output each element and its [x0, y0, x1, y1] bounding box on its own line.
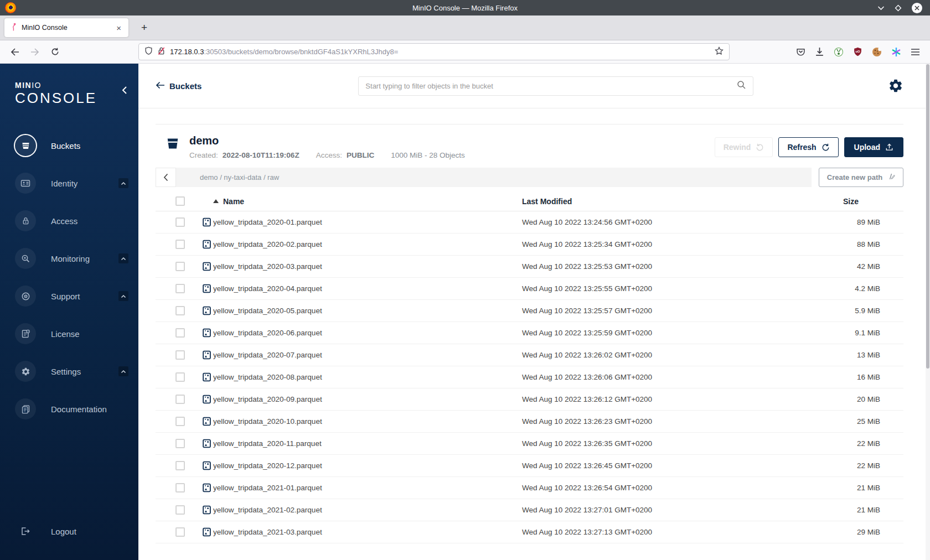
- table-row[interactable]: yellow_tripdata_2020-02.parquet Wed Aug …: [156, 234, 903, 256]
- sidebar-item-identity[interactable]: Identity: [0, 164, 138, 202]
- row-checkbox[interactable]: [175, 439, 185, 448]
- menu-hamburger-icon[interactable]: [911, 48, 920, 56]
- column-name[interactable]: Name: [223, 197, 244, 206]
- column-size[interactable]: Size: [843, 197, 880, 206]
- table-row[interactable]: yellow_tripdata_2021-01.parquet Wed Aug …: [156, 477, 903, 499]
- pocket-icon[interactable]: [796, 47, 805, 56]
- object-name[interactable]: yellow_tripdata_2021-01.parquet: [213, 484, 322, 492]
- sidebar-item-access[interactable]: Access: [0, 202, 138, 240]
- url-bar[interactable]: 172.18.0.3:30503/buckets/demo/browse/bnk…: [138, 43, 730, 60]
- sidebar-item-license[interactable]: License: [0, 315, 138, 352]
- sidebar-item-support[interactable]: Support: [0, 277, 138, 315]
- object-name[interactable]: yellow_tripdata_2020-12.parquet: [213, 462, 322, 470]
- object-last-modified: Wed Aug 10 2022 13:26:45 GMT+0200: [522, 462, 843, 470]
- table-row[interactable]: yellow_tripdata_2020-03.parquet Wed Aug …: [156, 256, 903, 278]
- table-row[interactable]: yellow_tripdata_2020-07.parquet Wed Aug …: [156, 344, 903, 366]
- forward-icon[interactable]: [27, 44, 43, 60]
- sidebar-item-monitoring[interactable]: Monitoring: [0, 240, 138, 277]
- sidebar-item-documentation[interactable]: Documentation: [0, 390, 138, 428]
- sidebar-collapse-icon[interactable]: [122, 86, 127, 97]
- row-checkbox[interactable]: [175, 217, 185, 227]
- row-checkbox[interactable]: [175, 284, 185, 293]
- lock-insecure-icon[interactable]: [157, 46, 166, 58]
- new-tab-button[interactable]: +: [136, 20, 152, 35]
- row-checkbox[interactable]: [175, 461, 185, 470]
- object-name[interactable]: yellow_tripdata_2021-03.parquet: [213, 528, 322, 536]
- url-text[interactable]: 172.18.0.3:30503/buckets/demo/browse/bnk…: [170, 48, 710, 56]
- object-name[interactable]: yellow_tripdata_2020-03.parquet: [213, 262, 322, 271]
- create-new-path-button[interactable]: Create new path: [819, 168, 903, 187]
- row-checkbox[interactable]: [175, 306, 185, 315]
- containers-asterisk-icon[interactable]: [891, 47, 901, 57]
- window-maximize-icon[interactable]: [895, 4, 902, 12]
- table-row[interactable]: yellow_tripdata_2020-08.parquet Wed Aug …: [156, 366, 903, 388]
- settings-gear-icon[interactable]: [888, 78, 903, 94]
- window-close-icon[interactable]: [912, 3, 922, 13]
- downloads-icon[interactable]: [815, 47, 824, 56]
- object-name[interactable]: yellow_tripdata_2020-07.parquet: [213, 351, 322, 359]
- sidebar-item-buckets[interactable]: Buckets: [0, 127, 138, 164]
- scrollbar-thumb[interactable]: [926, 64, 929, 369]
- table-row[interactable]: yellow_tripdata_2020-12.parquet Wed Aug …: [156, 455, 903, 477]
- object-name[interactable]: yellow_tripdata_2021-02.parquet: [213, 506, 322, 514]
- upload-button[interactable]: Upload: [844, 137, 903, 157]
- row-checkbox[interactable]: [175, 372, 185, 382]
- object-name[interactable]: yellow_tripdata_2020-06.parquet: [213, 329, 322, 337]
- cookie-icon[interactable]: [872, 47, 882, 57]
- sort-ascending-icon[interactable]: [213, 199, 219, 203]
- reload-icon[interactable]: [46, 44, 63, 60]
- object-name[interactable]: yellow_tripdata_2020-05.parquet: [213, 307, 322, 315]
- table-row[interactable]: yellow_tripdata_2021-03.parquet Wed Aug …: [156, 521, 903, 543]
- breadcrumb[interactable]: demo / ny-taxi-data / raw: [176, 168, 812, 187]
- sidebar-item-settings[interactable]: Settings: [0, 352, 138, 390]
- rewind-button[interactable]: Rewind: [715, 137, 773, 157]
- object-name[interactable]: yellow_tripdata_2020-02.parquet: [213, 240, 322, 248]
- object-name[interactable]: yellow_tripdata_2020-01.parquet: [213, 218, 322, 226]
- object-name[interactable]: yellow_tripdata_2020-09.parquet: [213, 395, 322, 403]
- object-name[interactable]: yellow_tripdata_2020-11.parquet: [213, 439, 322, 448]
- row-checkbox[interactable]: [175, 328, 185, 338]
- object-name[interactable]: yellow_tripdata_2020-08.parquet: [213, 373, 322, 381]
- row-checkbox[interactable]: [175, 505, 185, 515]
- chevron-up-icon[interactable]: [118, 178, 128, 188]
- row-checkbox[interactable]: [175, 395, 185, 404]
- object-name[interactable]: yellow_tripdata_2020-04.parquet: [213, 284, 322, 293]
- back-to-buckets[interactable]: Buckets: [156, 81, 202, 91]
- table-row[interactable]: yellow_tripdata_2020-06.parquet Wed Aug …: [156, 322, 903, 344]
- ublock-origin-icon[interactable]: uO: [853, 47, 862, 56]
- window-minimize-icon[interactable]: [877, 6, 885, 11]
- tab-close-icon[interactable]: ×: [113, 23, 124, 33]
- column-last-modified[interactable]: Last Modified: [522, 197, 843, 206]
- table-row[interactable]: yellow_tripdata_2020-04.parquet Wed Aug …: [156, 278, 903, 300]
- page-scrollbar[interactable]: [926, 64, 930, 560]
- object-name[interactable]: yellow_tripdata_2020-10.parquet: [213, 417, 322, 426]
- row-checkbox[interactable]: [175, 483, 185, 492]
- sidebar-item-logout[interactable]: Logout: [0, 512, 138, 550]
- row-checkbox[interactable]: [175, 417, 185, 426]
- privacy-badger-icon[interactable]: [834, 47, 844, 57]
- table-row[interactable]: yellow_tripdata_2020-09.parquet Wed Aug …: [156, 388, 903, 411]
- row-checkbox[interactable]: [175, 262, 185, 271]
- row-checkbox[interactable]: [175, 240, 185, 249]
- search-input[interactable]: [365, 82, 732, 90]
- chevron-up-icon[interactable]: [118, 253, 128, 263]
- back-icon[interactable]: [7, 44, 23, 60]
- table-row[interactable]: yellow_tripdata_2020-01.parquet Wed Aug …: [156, 211, 903, 234]
- chevron-up-icon[interactable]: [118, 291, 128, 301]
- filter-objects-search[interactable]: [358, 76, 753, 96]
- table-row[interactable]: yellow_tripdata_2020-10.parquet Wed Aug …: [156, 411, 903, 433]
- row-checkbox[interactable]: [175, 350, 185, 360]
- shield-icon[interactable]: [144, 46, 153, 58]
- url-host: 172.18.0.3: [170, 48, 204, 56]
- object-file-icon: [202, 417, 213, 426]
- chevron-up-icon[interactable]: [118, 366, 128, 376]
- row-checkbox[interactable]: [175, 527, 185, 537]
- table-row[interactable]: yellow_tripdata_2021-02.parquet Wed Aug …: [156, 499, 903, 521]
- table-row[interactable]: yellow_tripdata_2020-05.parquet Wed Aug …: [156, 300, 903, 322]
- bookmark-star-icon[interactable]: [715, 46, 724, 58]
- select-all-checkbox[interactable]: [175, 196, 185, 206]
- refresh-button[interactable]: Refresh: [778, 137, 838, 157]
- table-row[interactable]: yellow_tripdata_2020-11.parquet Wed Aug …: [156, 433, 903, 455]
- tab-minio-console[interactable]: MinIO Console ×: [4, 18, 128, 37]
- path-back-chevron-icon[interactable]: [156, 168, 176, 187]
